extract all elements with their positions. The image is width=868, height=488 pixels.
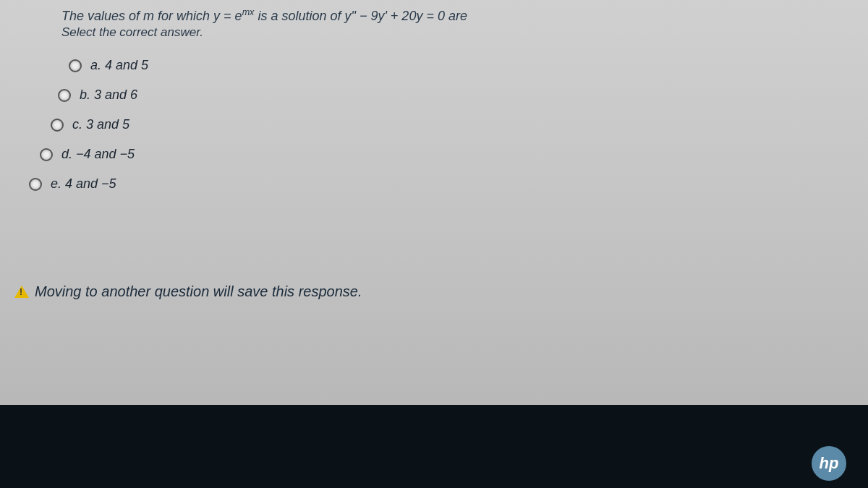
logo-text: hp <box>820 454 839 473</box>
radio-icon[interactable] <box>58 89 71 102</box>
warning-icon <box>14 286 29 298</box>
option-d[interactable]: d. −4 and −5 <box>0 140 868 169</box>
option-text: 4 and −5 <box>65 176 116 192</box>
question-sup1: mx <box>242 7 255 17</box>
hp-logo: hp <box>812 446 846 481</box>
instruction-text: Select the correct answer. <box>0 25 868 40</box>
option-letter: d. <box>61 147 72 162</box>
footer-note: Moving to another question will save thi… <box>14 283 362 300</box>
option-letter: e. <box>51 176 61 192</box>
option-text: 3 and 5 <box>86 117 129 132</box>
question-suffix: are <box>445 9 467 23</box>
option-letter: c. <box>72 117 82 132</box>
radio-icon[interactable] <box>29 178 42 191</box>
footer-text: Moving to another question will save thi… <box>35 283 362 300</box>
option-b[interactable]: b. 3 and 6 <box>0 80 868 110</box>
bottom-strip: hp <box>0 405 868 488</box>
options-group: a. 4 and 5 b. 3 and 6 c. 3 and 5 d. −4 a… <box>0 40 868 199</box>
radio-icon[interactable] <box>40 148 53 161</box>
question-prefix: The values of m for which <box>61 9 213 23</box>
option-text: 3 and 6 <box>94 87 137 103</box>
option-letter: a. <box>90 58 101 73</box>
option-a[interactable]: a. 4 and 5 <box>0 51 868 80</box>
option-text: −4 and −5 <box>76 147 135 162</box>
option-text: 4 and 5 <box>105 58 148 73</box>
option-letter: b. <box>80 87 90 103</box>
question-text: The values of m for which y = emx is a s… <box>0 7 868 24</box>
question-expr2: y" − 9y' + 20y = 0 <box>345 9 445 23</box>
radio-icon[interactable] <box>51 119 64 132</box>
question-block: The values of m for which y = emx is a s… <box>0 0 868 40</box>
question-expr1: y = e <box>213 9 242 23</box>
quiz-panel: The values of m for which y = emx is a s… <box>0 0 868 405</box>
radio-icon[interactable] <box>69 59 82 72</box>
question-middle: is a solution of <box>254 9 344 23</box>
option-e[interactable]: e. 4 and −5 <box>0 169 868 199</box>
option-c[interactable]: c. 3 and 5 <box>0 110 868 140</box>
